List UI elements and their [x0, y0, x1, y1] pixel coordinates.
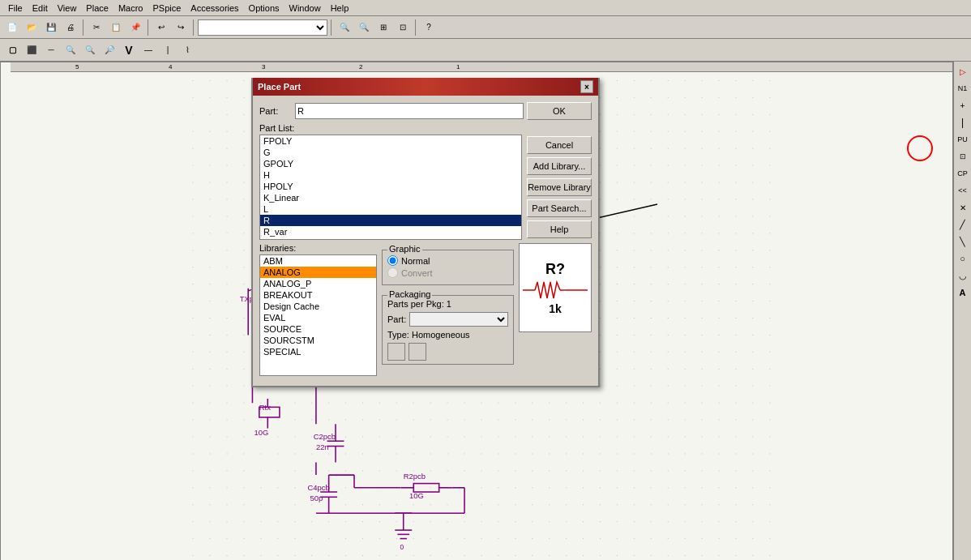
search-btn[interactable]: 🔍: [62, 41, 79, 59]
menu-file[interactable]: File: [3, 0, 28, 15]
zoom-in-btn[interactable]: 🔍: [336, 19, 353, 36]
dialog-close-button[interactable]: ×: [580, 80, 593, 93]
libraries-list[interactable]: ABMANALOGANALOG_PBREAKOUTDesign CacheEVA…: [259, 254, 377, 376]
select-btn[interactable]: ▢: [3, 41, 21, 59]
convert-radio[interactable]: [387, 267, 398, 278]
part-btn[interactable]: ⬛: [23, 41, 41, 59]
packaging-group: Packaging Parts per Pkg: 1 Part: Type: H…: [382, 295, 514, 365]
part-field-select[interactable]: [409, 312, 508, 327]
icon-btn2[interactable]: [409, 343, 426, 361]
copy-btn[interactable]: 📋: [107, 19, 125, 36]
rt-select-btn[interactable]: ▷: [955, 63, 971, 79]
menu-view[interactable]: View: [53, 0, 82, 15]
zoom-fit-btn[interactable]: ⊡: [394, 19, 412, 36]
libraries-section: Libraries: ABMANALOGANALOG_PBREAKOUTDesi…: [259, 243, 592, 376]
part-search-button[interactable]: Part Search...: [527, 199, 592, 217]
libraries-label: Libraries:: [259, 243, 377, 253]
vert-btn[interactable]: |: [159, 41, 177, 59]
rt-btn6[interactable]: ⊡: [955, 148, 971, 165]
library-list-item[interactable]: BREAKOUT: [260, 289, 376, 301]
menu-place[interactable]: Place: [81, 0, 113, 15]
rt-btn4[interactable]: |: [955, 114, 971, 130]
menu-window[interactable]: Window: [284, 0, 326, 15]
part-list-item[interactable]: R_var: [260, 226, 521, 237]
rt-btn2[interactable]: N1: [955, 80, 971, 96]
menu-edit[interactable]: Edit: [28, 0, 53, 15]
part-list-item[interactable]: GPOLY: [260, 158, 521, 169]
normal-radio[interactable]: [387, 255, 398, 266]
help-button[interactable]: Help: [527, 220, 592, 238]
library-list-item[interactable]: EVAL: [260, 312, 376, 323]
cut-btn[interactable]: ✂: [88, 19, 105, 36]
zoom-out-btn[interactable]: 🔍: [355, 19, 373, 36]
rt-btn7[interactable]: CP: [955, 165, 971, 182]
part-list-item[interactable]: L: [260, 203, 521, 215]
part-list-item[interactable]: K_Linear: [260, 192, 521, 203]
design-combo[interactable]: [198, 19, 327, 36]
part-field-row: Part:: [387, 312, 508, 327]
rt-btn14[interactable]: A: [955, 284, 971, 301]
svg-text:10G: 10G: [255, 428, 269, 437]
part-list-area: Part List: FPOLYGGPOLYHHPOLYK_LinearLRR_…: [259, 123, 522, 240]
new-btn[interactable]: 📄: [3, 19, 21, 36]
rt-btn8[interactable]: <<: [955, 182, 971, 199]
zoom-all-btn[interactable]: ⊞: [374, 19, 392, 36]
svg-text:0: 0: [400, 543, 404, 551]
add-library-button[interactable]: Add Library...: [527, 157, 592, 175]
undo-btn[interactable]: ↩: [152, 19, 170, 36]
place-part-dialog: Place Part × Part: OK Part List: FPOLYGG…: [251, 78, 600, 387]
menu-help[interactable]: Help: [326, 0, 354, 15]
rt-btn3[interactable]: +: [955, 97, 971, 113]
menu-accessories[interactable]: Accessories: [186, 0, 243, 15]
open-btn[interactable]: 📂: [23, 19, 41, 36]
menu-macro[interactable]: Macro: [113, 0, 148, 15]
libraries-area: Libraries: ABMANALOGANALOG_PBREAKOUTDesi…: [259, 243, 377, 376]
part-list-item[interactable]: G: [260, 147, 521, 158]
part-input[interactable]: [295, 103, 524, 119]
library-list-item[interactable]: ABM: [260, 255, 376, 267]
print-btn[interactable]: 🖨: [62, 19, 79, 36]
rt-btn9[interactable]: ✕: [955, 199, 971, 216]
redo-btn[interactable]: ↪: [172, 19, 190, 36]
part-label: Part:: [259, 106, 292, 116]
dialog-title: Place Part: [258, 82, 301, 92]
library-list-item[interactable]: SOURCSTM: [260, 335, 376, 346]
sep1: [83, 19, 84, 36]
remove-library-button[interactable]: Remove Library: [527, 178, 592, 196]
part-list-item[interactable]: R: [260, 215, 521, 226]
cancel-button[interactable]: Cancel: [527, 136, 592, 154]
rt-btn11[interactable]: ╲: [955, 233, 971, 250]
library-list-item[interactable]: Design Cache: [260, 301, 376, 312]
rt-btn5[interactable]: PU: [955, 131, 971, 147]
main-area: 5 4 3 2 1 C3pcb 50p: [0, 62, 971, 560]
graphic-group: Graphic Normal Convert: [382, 250, 514, 285]
library-list-item[interactable]: ANALOG: [260, 267, 376, 278]
menu-options[interactable]: Options: [244, 0, 284, 15]
help-btn[interactable]: ?: [420, 19, 438, 36]
part-list-item[interactable]: HPOLY: [260, 181, 521, 192]
ok-button[interactable]: OK: [527, 102, 592, 120]
search2-btn[interactable]: 🔍: [81, 41, 99, 59]
icon-btn1[interactable]: [387, 343, 405, 361]
library-list-item[interactable]: ANALOG_P: [260, 278, 376, 289]
rt-btn10[interactable]: ╱: [955, 216, 971, 233]
sep5: [415, 19, 417, 36]
part-list-item[interactable]: S: [260, 237, 521, 240]
diag-btn[interactable]: ⌇: [178, 41, 196, 59]
find-btn[interactable]: 🔎: [101, 41, 118, 59]
library-list-item[interactable]: SOURCE: [260, 323, 376, 335]
horiz-btn[interactable]: —: [139, 41, 157, 59]
part-list-item[interactable]: H: [260, 169, 521, 181]
part-list[interactable]: FPOLYGGPOLYHHPOLYK_LinearLRR_varS: [259, 135, 522, 240]
menu-pspice[interactable]: PSpice: [148, 0, 186, 15]
dialog-buttons: Cancel Add Library... Remove Library Par…: [527, 123, 592, 240]
parts-per-pkg-row: Parts per Pkg: 1: [387, 299, 508, 309]
rt-btn12[interactable]: ○: [955, 250, 971, 267]
text-btn[interactable]: V: [120, 41, 138, 59]
rt-btn13[interactable]: ◡: [955, 267, 971, 284]
paste-btn[interactable]: 📌: [126, 19, 144, 36]
library-list-item[interactable]: SPECIAL: [260, 346, 376, 357]
part-list-item[interactable]: FPOLY: [260, 135, 521, 147]
save-btn[interactable]: 💾: [42, 19, 60, 36]
wire-btn[interactable]: ─: [42, 41, 60, 59]
